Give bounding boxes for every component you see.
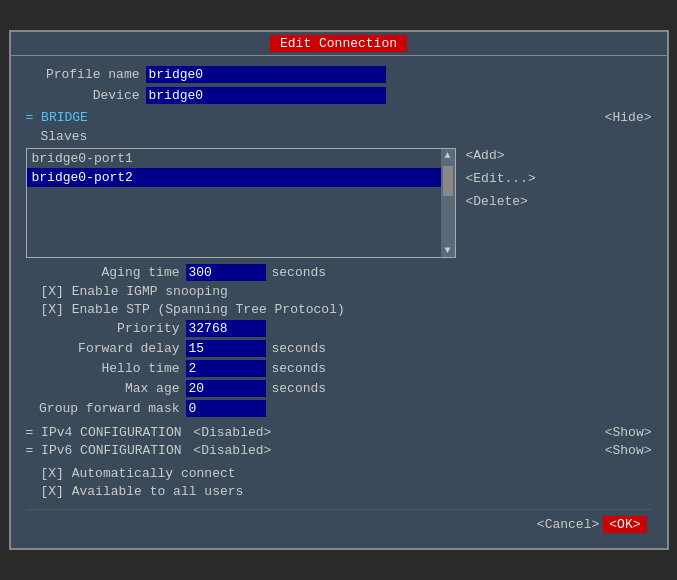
- auto-connect-label[interactable]: [X] Automatically connect: [41, 466, 236, 481]
- slaves-list: bridge0-port1 bridge0-port2 ▲ ▼: [26, 148, 456, 258]
- title-bar: Edit Connection: [11, 32, 667, 56]
- ipv6-row: = IPv6 CONFIGURATION <Disabled> <Show>: [26, 443, 652, 458]
- hello-time-input[interactable]: [186, 360, 266, 377]
- group-forward-mask-label: Group forward mask: [26, 401, 186, 416]
- slave-item-port1[interactable]: bridge0-port1: [27, 149, 455, 168]
- scrollbar: ▲ ▼: [441, 149, 455, 257]
- ipv4-label: = IPv4 CONFIGURATION <Disabled>: [26, 425, 272, 440]
- max-age-input[interactable]: [186, 380, 266, 397]
- max-age-unit: seconds: [272, 381, 327, 396]
- forward-delay-unit: seconds: [272, 341, 327, 356]
- bridge-label: = BRIDGE: [26, 110, 88, 125]
- slaves-section: bridge0-port1 bridge0-port2 ▲ ▼ <Add> <E…: [26, 148, 652, 258]
- priority-input[interactable]: [186, 320, 266, 337]
- edit-button[interactable]: <Edit...>: [466, 171, 536, 186]
- priority-label: Priority: [26, 321, 186, 336]
- profile-name-row: Profile name: [26, 66, 652, 83]
- forward-delay-label: Forward delay: [26, 341, 186, 356]
- stp-row: [X] Enable STP (Spanning Tree Protocol): [41, 302, 652, 317]
- all-users-label[interactable]: [X] Available to all users: [41, 484, 244, 499]
- all-users-row: [X] Available to all users: [41, 484, 652, 499]
- igmp-snooping-label[interactable]: [X] Enable IGMP snooping: [41, 284, 228, 299]
- scroll-up-arrow[interactable]: ▲: [444, 149, 450, 162]
- auto-connect-row: [X] Automatically connect: [41, 466, 652, 481]
- slave-item-port2[interactable]: bridge0-port2: [27, 168, 455, 187]
- slaves-buttons: <Add> <Edit...> <Delete>: [466, 148, 536, 258]
- aging-time-input[interactable]: [186, 264, 266, 281]
- ipv4-config-label: = IPv4 CONFIGURATION: [26, 425, 182, 440]
- cancel-button[interactable]: <Cancel>: [537, 516, 599, 533]
- forward-delay-input[interactable]: [186, 340, 266, 357]
- delete-button[interactable]: <Delete>: [466, 194, 536, 209]
- hello-time-row: Hello time seconds: [26, 360, 652, 377]
- ipv4-show-button[interactable]: <Show>: [605, 425, 652, 440]
- ipv6-show-button[interactable]: <Show>: [605, 443, 652, 458]
- hello-time-unit: seconds: [272, 361, 327, 376]
- footer: <Cancel> <OK>: [26, 509, 652, 538]
- priority-row: Priority: [26, 320, 652, 337]
- aging-time-unit: seconds: [272, 265, 327, 280]
- aging-time-row: Aging time seconds: [26, 264, 652, 281]
- bridge-section-header: = BRIDGE <Hide>: [26, 110, 652, 125]
- device-input[interactable]: [146, 87, 386, 104]
- ipv6-status: <Disabled>: [193, 443, 271, 458]
- group-forward-mask-row: Group forward mask: [26, 400, 652, 417]
- profile-name-input[interactable]: [146, 66, 386, 83]
- profile-name-label: Profile name: [26, 67, 146, 82]
- group-forward-mask-input[interactable]: [186, 400, 266, 417]
- main-content: Profile name Device = BRIDGE <Hide> Slav…: [11, 56, 667, 548]
- ipv4-row: = IPv4 CONFIGURATION <Disabled> <Show>: [26, 425, 652, 440]
- stp-label[interactable]: [X] Enable STP (Spanning Tree Protocol): [41, 302, 345, 317]
- ipv6-label: = IPv6 CONFIGURATION <Disabled>: [26, 443, 272, 458]
- aging-time-label: Aging time: [26, 265, 186, 280]
- window-title: Edit Connection: [270, 35, 407, 52]
- ok-button[interactable]: <OK>: [603, 516, 646, 533]
- ipv4-status: <Disabled>: [193, 425, 271, 440]
- scroll-down-arrow[interactable]: ▼: [444, 244, 450, 257]
- hello-time-label: Hello time: [26, 361, 186, 376]
- max-age-row: Max age seconds: [26, 380, 652, 397]
- max-age-label: Max age: [26, 381, 186, 396]
- scroll-thumb: [443, 166, 453, 196]
- device-row: Device: [26, 87, 652, 104]
- forward-delay-row: Forward delay seconds: [26, 340, 652, 357]
- device-label: Device: [26, 88, 146, 103]
- hide-button[interactable]: <Hide>: [605, 110, 652, 125]
- ipv6-config-label: = IPv6 CONFIGURATION: [26, 443, 182, 458]
- slaves-label: Slaves: [41, 129, 652, 144]
- igmp-snooping-row: [X] Enable IGMP snooping: [41, 284, 652, 299]
- edit-connection-window: Edit Connection Profile name Device = BR…: [9, 30, 669, 550]
- add-button[interactable]: <Add>: [466, 148, 536, 163]
